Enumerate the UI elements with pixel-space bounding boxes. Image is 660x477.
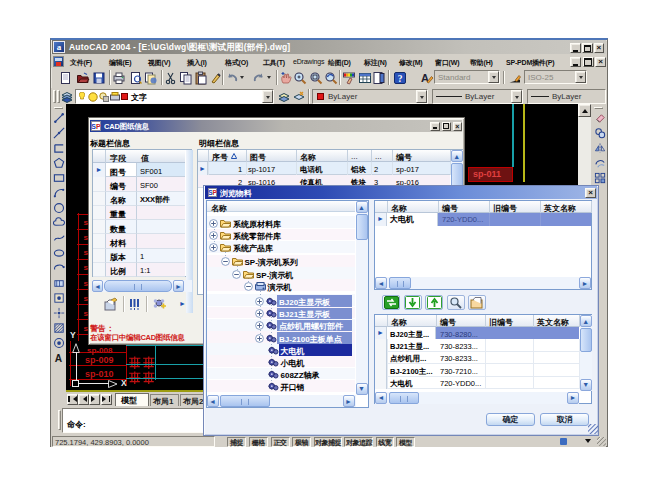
svg-text:?: ?	[397, 74, 402, 84]
svg-text:A: A	[54, 353, 62, 364]
